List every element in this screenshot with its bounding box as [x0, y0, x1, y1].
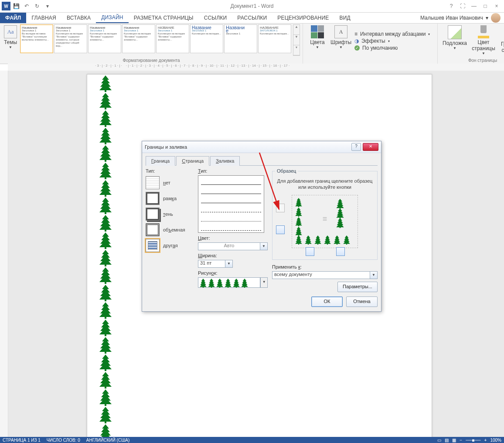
title-bar: W 💾 ↶ ↻ ▾ Документ1 - Word ? ⛶ — □ ×	[0, 0, 504, 13]
qat-customize-icon[interactable]: ▾	[43, 1, 52, 11]
page-border-left	[99, 75, 114, 437]
dropdown-icon[interactable]: ▼	[225, 260, 233, 268]
help-icon[interactable]: ?	[446, 3, 456, 9]
dialog-close-icon[interactable]: ✕	[363, 143, 378, 151]
themes-button[interactable]: Aa Темы ▼	[3, 24, 18, 56]
tab-insert[interactable]: ВСТАВКА	[61, 13, 96, 23]
zoom-in-icon[interactable]: +	[484, 438, 487, 443]
line-style-list[interactable]	[198, 175, 264, 233]
paragraph-spacing-button[interactable]: ≡Интервал между абзацами▾	[354, 31, 433, 37]
border-type-3d[interactable]: объемная	[146, 223, 194, 236]
zoom-out-icon[interactable]: −	[460, 438, 462, 443]
effects-button[interactable]: ◑Эффекты▾	[354, 38, 433, 44]
options-button[interactable]: Параметры...	[337, 282, 378, 292]
page-borders-button[interactable]: Границы страниц	[498, 24, 504, 56]
dialog-titlebar[interactable]: Границы и заливка ? ✕	[142, 141, 381, 153]
toggle-left-border[interactable]	[276, 225, 285, 234]
save-icon[interactable]: 💾	[11, 1, 21, 11]
dropdown-icon[interactable]: ▼	[260, 242, 268, 250]
border-type-custom[interactable]: другая	[146, 239, 194, 252]
apply-to-combo[interactable]: всему документу▼	[272, 271, 378, 279]
undo-icon[interactable]: ↶	[22, 1, 31, 11]
status-bar: СТРАНИЦА 1 ИЗ 1 ЧИСЛО СЛОВ: 0 АНГЛИЙСКИЙ…	[0, 437, 504, 443]
border-type-shadow[interactable]: тень	[146, 208, 194, 221]
box-icon	[146, 192, 160, 205]
zoom-slider[interactable]: ──■──	[466, 438, 480, 443]
border-type-none[interactable]: нет	[146, 176, 194, 189]
sample-legend: Образец	[275, 168, 298, 174]
color-combo[interactable]: Авто▼	[198, 242, 268, 250]
style-set-swatch[interactable]: НазваниеЗаголовок 1Коллекции на вкладке.…	[190, 24, 223, 53]
page-border-right	[405, 75, 420, 437]
dialog-tabs: Граница Страница Заливка	[146, 156, 378, 166]
style-set-swatch[interactable]: НазваниеЗаголовок 1Во вкладке вставка "В…	[20, 24, 53, 53]
tab-home[interactable]: ГЛАВНАЯ	[26, 13, 61, 23]
zoom-level[interactable]: 100%	[490, 438, 501, 443]
group-label-formatting: Форматирование документа	[3, 57, 300, 64]
fonts-button[interactable]: A Шрифты▼	[329, 24, 353, 56]
sample-hint: Для добавления границ щелкните образец и…	[275, 178, 375, 191]
cancel-button[interactable]: Отмена	[346, 296, 378, 307]
style-set-swatch[interactable]: НазваниеЗаголовок 1Коллекции на вкладке …	[122, 24, 155, 53]
status-lang[interactable]: АНГЛИЙСКИЙ (США)	[86, 438, 130, 443]
toggle-top-border[interactable]	[276, 204, 285, 212]
fonts-icon: A	[334, 25, 347, 38]
ruler-vertical[interactable]	[0, 71, 8, 437]
dropdown-icon[interactable]: ▼	[260, 277, 268, 288]
style-set-swatch[interactable]: НАЗВАНИЕЗаголовок 1Коллекции на вкладке …	[156, 24, 189, 53]
status-page[interactable]: СТРАНИЦА 1 ИЗ 1	[3, 438, 41, 443]
shadow-icon	[146, 208, 160, 221]
style-set-swatch[interactable]: НАЗВАНИЕЗАГОЛОВОК 1Коллекции на вкладке.…	[258, 24, 291, 53]
view-readmode-icon[interactable]: ▭	[437, 438, 441, 443]
tab-file[interactable]: ФАЙЛ	[0, 13, 26, 23]
tab-references[interactable]: ССЫЛКИ	[199, 13, 232, 23]
document-formatting-gallery[interactable]: НазваниеЗаголовок 1Во вкладке вставка "В…	[20, 24, 300, 56]
dialog-tab-fill[interactable]: Заливка	[210, 156, 240, 166]
page-color-icon	[478, 25, 489, 38]
color-label: Цвет:	[198, 235, 268, 241]
minimize-icon[interactable]: —	[469, 3, 479, 9]
style-set-swatch[interactable]: НазваниеЗаголовок 1	[224, 24, 257, 53]
dialog-help-icon[interactable]: ?	[351, 143, 361, 151]
colors-icon	[311, 25, 324, 38]
status-words[interactable]: ЧИСЛО СЛОВ: 0	[47, 438, 80, 443]
view-print-icon[interactable]: ▤	[445, 438, 449, 443]
tab-view[interactable]: ВИД	[334, 13, 356, 23]
tab-review[interactable]: РЕЦЕНЗИРОВАНИЕ	[272, 13, 334, 23]
ribbon-display-icon[interactable]: ⛶	[458, 3, 467, 9]
border-type-box[interactable]: рамка	[146, 192, 194, 205]
group-label-background: Фон страницы	[440, 57, 504, 64]
art-combo[interactable]	[198, 277, 260, 288]
dialog-tab-border[interactable]: Граница	[146, 156, 175, 166]
toggle-bottom-border[interactable]	[306, 247, 314, 256]
ruler-horizontal[interactable]: · 3 · | · 2 · | · 1 · | · · | · 1 · | · …	[8, 64, 504, 71]
tab-mailings[interactable]: РАССЫЛКИ	[232, 13, 272, 23]
gallery-scroll[interactable]: ▲▼▾	[293, 24, 300, 56]
close-icon[interactable]: ×	[492, 3, 501, 9]
view-web-icon[interactable]: ▦	[452, 438, 456, 443]
custom-icon	[146, 239, 160, 252]
sample-preview[interactable]: ≡	[292, 195, 358, 248]
toggle-right-border[interactable]	[336, 247, 345, 256]
tab-design[interactable]: ДИЗАЙН	[96, 13, 129, 23]
dialog-title: Границы и заливка	[145, 144, 187, 150]
redo-icon[interactable]: ↻	[32, 1, 42, 11]
style-label: Тип:	[198, 168, 268, 174]
dropdown-icon[interactable]: ▼	[370, 271, 378, 279]
style-set-swatch[interactable]: НазваниеЗаголовок 1Коллекции на вкладке …	[88, 24, 121, 53]
watermark-button[interactable]: Подложка▼	[440, 24, 469, 56]
tab-layout[interactable]: РАЗМЕТКА СТРАНИЦЫ	[129, 13, 199, 23]
ok-button[interactable]: ОК	[311, 296, 343, 307]
style-set-swatch[interactable]: НазваниеЗаголовок 1Коллекции на вкладке …	[54, 24, 87, 53]
none-icon	[146, 176, 160, 189]
threed-icon	[146, 223, 160, 236]
maximize-icon[interactable]: □	[480, 3, 490, 9]
dialog-tab-page[interactable]: Страница	[176, 156, 209, 166]
colors-button[interactable]: Цвета▼	[306, 24, 329, 56]
user-account[interactable]: Малышев Иван Иванович▾	[420, 13, 504, 23]
check-icon: ✓	[354, 45, 360, 51]
width-combo[interactable]: 31 пт▼	[198, 260, 233, 268]
set-default-button[interactable]: ✓По умолчанию	[354, 45, 433, 51]
user-name: Малышев Иван Иванович	[420, 15, 483, 21]
page-color-button[interactable]: Цвет страницы▼	[469, 24, 498, 56]
